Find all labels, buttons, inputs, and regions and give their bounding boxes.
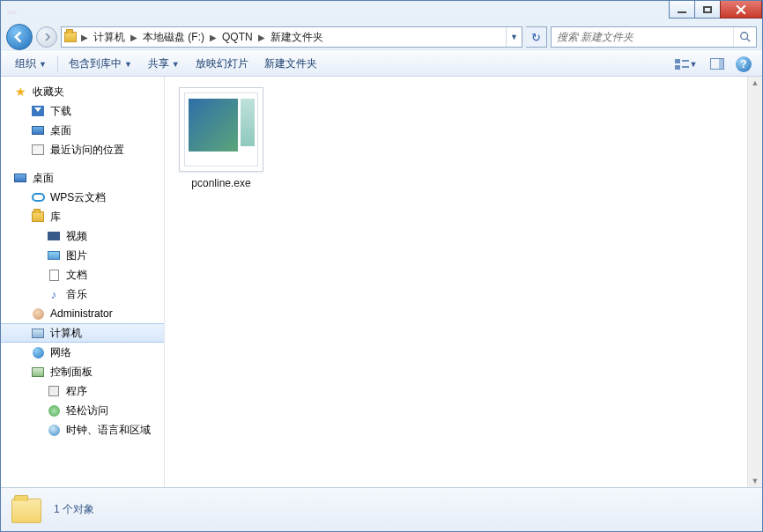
nav-label: 控制面板 [50, 365, 93, 380]
network-icon [31, 345, 45, 359]
search-icon[interactable] [733, 27, 756, 47]
preview-pane-button[interactable] [706, 55, 729, 74]
nav-label: 最近访问的位置 [50, 143, 124, 158]
nav-label: 网络 [50, 345, 71, 360]
nav-item-administrator[interactable]: Administrator [1, 304, 164, 323]
chevron-right-icon[interactable]: ▶ [256, 33, 267, 42]
star-icon: ★ [13, 85, 27, 99]
nav-back-button[interactable] [6, 24, 33, 50]
command-bar: 组织 ▼ 包含到库中 ▼ 共享 ▼ 放映幻灯片 新建文件夹 ▼ ? [1, 51, 762, 77]
nav-forward-button[interactable] [36, 26, 57, 48]
nav-label: 下载 [50, 104, 71, 119]
nav-label: 收藏夹 [33, 85, 64, 100]
view-mode-button[interactable]: ▼ [669, 55, 702, 74]
chevron-right-icon[interactable]: ▶ [79, 33, 90, 42]
scroll-up-icon[interactable]: ▲ [752, 78, 759, 87]
desktop-icon [13, 171, 27, 185]
include-in-library-menu[interactable]: 包含到库中 ▼ [62, 54, 139, 74]
nav-item-libraries[interactable]: 库 [1, 207, 164, 226]
help-button[interactable]: ? [732, 55, 755, 74]
nav-label: WPS云文档 [50, 190, 106, 205]
svg-rect-3 [675, 65, 680, 70]
scroll-down-icon[interactable]: ▼ [752, 477, 759, 485]
address-dropdown-button[interactable]: ▼ [506, 27, 522, 47]
explorer-window: ... ▶ 计算机 ▶ 本地磁盘 (F:) ▶ QQTN ▶ 新建文件夹 ▼ [0, 0, 763, 532]
file-thumbnail [179, 87, 263, 172]
nav-item-recent[interactable]: 最近访问的位置 [1, 140, 164, 159]
breadcrumb-part[interactable]: 新建文件夹 [267, 30, 327, 45]
folder-large-icon [11, 495, 41, 525]
refresh-button[interactable]: ↻ [526, 26, 547, 48]
breadcrumb-part[interactable]: 本地磁盘 (F:) [139, 30, 208, 45]
video-icon [47, 229, 61, 243]
recent-icon [31, 143, 45, 157]
window-controls [670, 1, 762, 18]
nav-favorites[interactable]: ★ 收藏夹 [1, 82, 164, 101]
clock-icon [47, 423, 61, 437]
nav-label: 桌面 [50, 123, 71, 138]
file-list-pane[interactable]: pconline.exe ▲▼ [165, 77, 762, 487]
titlebar[interactable]: ... [1, 1, 762, 23]
nav-item-computer[interactable]: 计算机 [1, 323, 164, 343]
picture-icon [47, 248, 61, 262]
address-box[interactable]: ▶ 计算机 ▶ 本地磁盘 (F:) ▶ QQTN ▶ 新建文件夹 ▼ [61, 26, 522, 48]
file-name-label: pconline.exe [175, 177, 267, 189]
nav-label: 库 [50, 210, 61, 225]
svg-rect-7 [719, 59, 723, 69]
chevron-right-icon[interactable]: ▶ [208, 33, 219, 42]
nav-label: 程序 [66, 384, 87, 399]
help-icon: ? [736, 56, 752, 72]
cloud-icon [31, 190, 45, 204]
share-menu[interactable]: 共享 ▼ [141, 54, 187, 74]
nav-item-programs[interactable]: 程序 [1, 381, 164, 401]
svg-rect-2 [675, 59, 680, 63]
chevron-right-icon[interactable]: ▶ [129, 33, 139, 42]
nav-item-documents[interactable]: 文档 [1, 265, 164, 284]
svg-point-0 [740, 33, 747, 40]
nav-item-videos[interactable]: 视频 [1, 226, 164, 246]
search-input[interactable] [552, 31, 733, 43]
download-icon [31, 104, 45, 118]
nav-desktop-root[interactable]: 桌面 [1, 168, 164, 188]
minimize-button[interactable] [669, 1, 695, 18]
new-folder-button[interactable]: 新建文件夹 [257, 54, 324, 74]
library-icon [31, 210, 45, 224]
desktop-icon [31, 123, 45, 137]
nav-item-pictures[interactable]: 图片 [1, 246, 164, 265]
document-icon [47, 268, 61, 282]
nav-item-music[interactable]: ♪音乐 [1, 284, 164, 304]
svg-rect-5 [682, 66, 689, 68]
control-panel-icon [31, 365, 45, 379]
nav-item-clock-region[interactable]: 时钟、语言和区域 [1, 420, 164, 440]
nav-label: 轻松访问 [66, 403, 108, 418]
navigation-pane[interactable]: ★ 收藏夹 下载 桌面 最近访问的位置 桌面 WPS云文档 库 视频 图片 文档… [1, 77, 165, 487]
maximize-button[interactable] [694, 1, 721, 18]
address-bar-row: ▶ 计算机 ▶ 本地磁盘 (F:) ▶ QQTN ▶ 新建文件夹 ▼ ↻ [1, 23, 762, 51]
organize-menu[interactable]: 组织 ▼ [8, 54, 54, 74]
nav-item-downloads[interactable]: 下载 [1, 101, 164, 121]
nav-item-desktop[interactable]: 桌面 [1, 121, 164, 140]
nav-label: 视频 [66, 229, 87, 244]
search-box[interactable] [551, 26, 757, 48]
status-text: 1 个对象 [54, 502, 94, 517]
nav-label: 音乐 [66, 287, 87, 302]
file-item[interactable]: pconline.exe [175, 87, 267, 189]
window-title: ... [8, 1, 16, 15]
svg-line-1 [746, 39, 750, 42]
nav-label: 桌面 [33, 171, 54, 186]
nav-label: 图片 [66, 248, 87, 263]
details-pane: 1 个对象 [1, 487, 762, 531]
nav-item-ease-access[interactable]: 轻松访问 [1, 401, 164, 420]
vertical-scrollbar[interactable]: ▲▼ [747, 77, 762, 487]
music-icon: ♪ [47, 287, 61, 301]
close-button[interactable] [720, 1, 762, 18]
slideshow-button[interactable]: 放映幻灯片 [189, 54, 256, 74]
nav-item-wps-cloud[interactable]: WPS云文档 [1, 188, 164, 207]
folder-icon [62, 28, 79, 46]
nav-item-control-panel[interactable]: 控制面板 [1, 362, 164, 381]
body-area: ★ 收藏夹 下载 桌面 最近访问的位置 桌面 WPS云文档 库 视频 图片 文档… [1, 77, 762, 487]
nav-label: 文档 [66, 268, 87, 283]
breadcrumb-root[interactable]: 计算机 [90, 30, 129, 45]
breadcrumb-part[interactable]: QQTN [219, 31, 256, 43]
nav-item-network[interactable]: 网络 [1, 343, 164, 362]
